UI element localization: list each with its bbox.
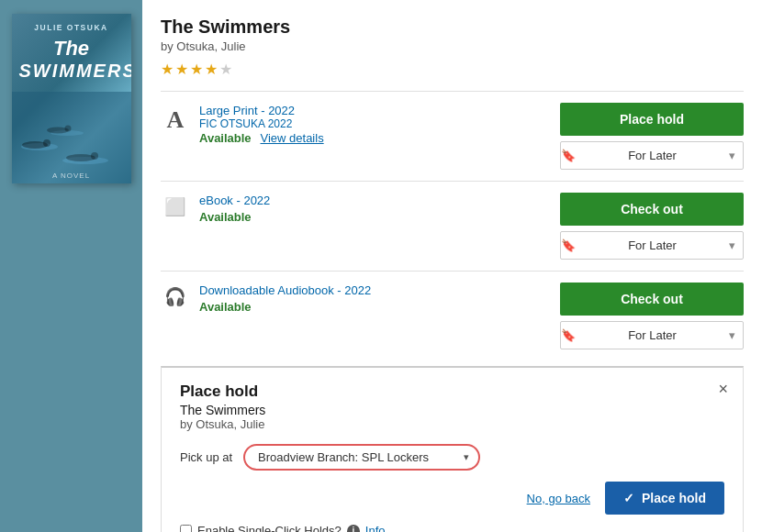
format-row-large-print: A Large Print - 2022 FIC OTSUKA 2022 Ava…: [161, 91, 744, 181]
no-go-back-button[interactable]: No, go back: [527, 492, 590, 505]
for-later-button-ebook[interactable]: 🔖 For Later ▾: [560, 231, 744, 260]
main-content-area: The Swimmers by Otsuka, Julie ★ ★ ★ ★ ★ …: [142, 0, 762, 532]
place-hold-heading: Place hold: [180, 382, 724, 401]
svg-point-9: [64, 126, 71, 132]
format-row-audiobook: 🎧 Downloadable Audiobook - 2022 Availabl…: [161, 271, 744, 360]
pickup-label: Pick up at: [180, 450, 232, 464]
svg-point-7: [91, 152, 98, 160]
star-rating: ★ ★ ★ ★ ★: [161, 61, 744, 78]
for-later-label-1: For Later: [581, 149, 723, 162]
large-print-icon: A: [161, 103, 190, 134]
large-print-callnum[interactable]: FIC OTSUKA 2022: [199, 117, 551, 130]
audiobook-type-link[interactable]: Downloadable Audiobook - 2022: [199, 283, 371, 297]
branch-select[interactable]: Beacon Hill Branch: SPL Lockers Broadvie…: [258, 450, 465, 464]
ebook-info: eBook - 2022 Available: [199, 193, 551, 224]
close-panel-button[interactable]: ×: [718, 381, 728, 397]
checkmark-icon: ✓: [623, 491, 634, 505]
large-print-type-link[interactable]: Large Print - 2022: [199, 104, 295, 117]
enable-single-click-row: Enable Single-Click Holds? i Info: [180, 524, 724, 532]
star-3: ★: [190, 61, 203, 78]
format-row-ebook: ⬜ eBook - 2022 Available Check out 🔖 For…: [161, 181, 744, 271]
large-print-view-details[interactable]: View details: [261, 131, 324, 145]
place-hold-panel: × Place hold The Swimmers by Otsuka, Jul…: [161, 366, 744, 532]
bookmark-icon-3: 🔖: [561, 328, 576, 342]
star-1: ★: [161, 61, 174, 78]
place-hold-button-large-print[interactable]: Place hold: [560, 103, 744, 136]
audiobook-actions: Check out 🔖 For Later ▾: [560, 283, 744, 349]
pickup-row: Pick up at Beacon Hill Branch: SPL Locke…: [180, 444, 724, 471]
cover-subtitle: A NOVEL: [52, 172, 90, 180]
chevron-down-icon-3: ▾: [729, 328, 743, 342]
ebook-type-link[interactable]: eBook - 2022: [199, 194, 270, 207]
chevron-down-icon-2: ▾: [729, 238, 743, 252]
for-later-label-3: For Later: [581, 328, 723, 342]
page-container: JULIE OTSUKA TheSWIMMERS: [0, 0, 762, 532]
book-title: The Swimmers: [161, 17, 744, 38]
audiobook-icon: 🎧: [161, 283, 190, 307]
info-icon[interactable]: i: [347, 525, 360, 533]
star-5: ★: [219, 61, 232, 78]
book-cover-column: JULIE OTSUKA TheSWIMMERS: [0, 0, 142, 532]
for-later-button-large-print[interactable]: 🔖 For Later ▾: [560, 141, 744, 170]
ebook-availability: Available: [199, 210, 252, 224]
book-cover-image: JULIE OTSUKA TheSWIMMERS: [12, 14, 131, 183]
book-header: The Swimmers by Otsuka, Julie ★ ★ ★ ★ ★: [161, 17, 744, 78]
audiobook-info: Downloadable Audiobook - 2022 Available: [199, 283, 551, 314]
svg-point-5: [43, 139, 50, 147]
chevron-down-icon-1: ▾: [729, 149, 743, 162]
pickup-select-wrapper[interactable]: Beacon Hill Branch: SPL Lockers Broadvie…: [243, 444, 480, 471]
final-place-hold-label: Place hold: [642, 491, 706, 505]
star-4: ★: [205, 61, 218, 78]
large-print-info: Large Print - 2022 FIC OTSUKA 2022 Avail…: [199, 103, 551, 145]
enable-single-click-label: Enable Single-Click Holds?: [197, 524, 342, 532]
final-place-hold-button[interactable]: ✓ Place hold: [605, 482, 724, 515]
action-row: No, go back ✓ Place hold: [180, 482, 724, 515]
for-later-label-2: For Later: [581, 238, 723, 252]
ebook-actions: Check out 🔖 For Later ▾: [560, 193, 744, 260]
svg-rect-0: [12, 92, 131, 183]
place-hold-author: by Otsuka, Julie: [180, 417, 724, 431]
audiobook-availability: Available: [199, 300, 252, 314]
enable-single-click-checkbox[interactable]: [180, 525, 192, 532]
checkout-button-ebook[interactable]: Check out: [560, 193, 744, 226]
bookmark-icon-1: 🔖: [561, 149, 576, 162]
star-2: ★: [175, 61, 188, 78]
info-link[interactable]: Info: [365, 524, 386, 532]
checkout-button-audiobook[interactable]: Check out: [560, 283, 744, 316]
cover-title-text: TheSWIMMERS: [19, 38, 124, 82]
book-author: by Otsuka, Julie: [161, 39, 744, 53]
ebook-icon: ⬜: [161, 193, 190, 217]
place-hold-book-title: The Swimmers: [180, 403, 724, 417]
for-later-button-audiobook[interactable]: 🔖 For Later ▾: [560, 321, 744, 349]
bookmark-icon-2: 🔖: [561, 238, 576, 252]
large-print-availability: Available: [199, 131, 252, 145]
cover-author-text: JULIE OTSUKA: [19, 23, 124, 32]
large-print-actions: Place hold 🔖 For Later ▾: [560, 103, 744, 170]
